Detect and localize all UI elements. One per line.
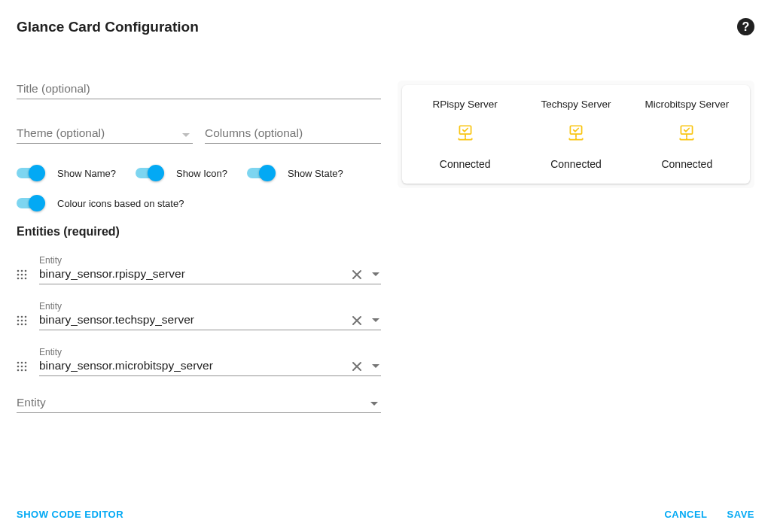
state-color-label: Colour icons based on state? bbox=[57, 198, 184, 209]
drag-handle-icon[interactable] bbox=[17, 269, 27, 284]
chevron-down-icon[interactable] bbox=[372, 272, 379, 277]
chevron-down-icon[interactable] bbox=[372, 364, 379, 369]
svg-point-21 bbox=[17, 366, 20, 368]
entity-add-placeholder: Entity bbox=[17, 393, 381, 412]
entity-field[interactable]: Entity binary_sensor.techspy_server bbox=[39, 301, 381, 330]
svg-point-13 bbox=[21, 320, 23, 322]
server-network-icon bbox=[677, 123, 696, 143]
server-network-icon bbox=[456, 123, 475, 143]
config-form: Show Name? Show Icon? Show State? bbox=[17, 79, 381, 413]
svg-point-8 bbox=[25, 278, 27, 280]
columns-field[interactable] bbox=[205, 123, 381, 144]
entity-label: Entity bbox=[39, 347, 381, 357]
svg-point-7 bbox=[21, 278, 23, 280]
svg-point-24 bbox=[17, 369, 20, 372]
svg-point-9 bbox=[17, 316, 20, 318]
entity-field[interactable]: Entity binary_sensor.rpispy_server bbox=[39, 255, 381, 284]
entity-label: Entity bbox=[39, 255, 381, 266]
show-name-label: Show Name? bbox=[57, 168, 116, 179]
svg-point-23 bbox=[25, 366, 27, 368]
entity-row: Entity binary_sensor.techspy_server bbox=[17, 301, 381, 330]
svg-point-16 bbox=[21, 324, 23, 326]
svg-point-5 bbox=[25, 274, 27, 276]
help-icon[interactable]: ? bbox=[737, 18, 754, 35]
svg-point-19 bbox=[21, 362, 23, 364]
svg-point-14 bbox=[25, 320, 27, 322]
svg-point-11 bbox=[25, 316, 27, 318]
title-input[interactable] bbox=[17, 79, 381, 99]
drag-handle-icon[interactable] bbox=[17, 315, 27, 330]
clear-icon[interactable] bbox=[351, 360, 363, 372]
svg-point-6 bbox=[17, 278, 20, 280]
preview-name: Microbitspy Server bbox=[632, 99, 742, 110]
show-code-editor-button[interactable]: SHOW CODE EDITOR bbox=[17, 509, 123, 520]
dialog-title: Glance Card Configuration bbox=[17, 19, 199, 35]
state-color-toggle[interactable] bbox=[17, 195, 45, 211]
preview-state: Connected bbox=[410, 158, 520, 170]
entity-value: binary_sensor.microbitspy_server bbox=[39, 357, 381, 375]
svg-point-12 bbox=[17, 320, 20, 322]
show-state-toggle[interactable] bbox=[247, 165, 276, 181]
entity-field[interactable]: Entity binary_sensor.microbitspy_server bbox=[39, 347, 381, 376]
svg-point-2 bbox=[25, 270, 27, 272]
show-name-toggle[interactable] bbox=[17, 165, 45, 181]
entity-value: binary_sensor.techspy_server bbox=[39, 312, 381, 330]
show-icon-toggle[interactable] bbox=[136, 165, 164, 181]
clear-icon[interactable] bbox=[351, 269, 363, 281]
svg-point-4 bbox=[21, 274, 23, 276]
chevron-down-icon[interactable] bbox=[372, 318, 379, 323]
title-field[interactable] bbox=[17, 79, 381, 99]
svg-point-3 bbox=[17, 274, 20, 276]
preview-state: Connected bbox=[632, 158, 742, 170]
entity-value: binary_sensor.rpispy_server bbox=[39, 266, 381, 284]
preview-panel: RPispy Server Connected Techspy Server C… bbox=[398, 81, 754, 188]
preview-name: RPispy Server bbox=[410, 99, 520, 110]
theme-input[interactable] bbox=[17, 123, 193, 144]
glance-card-preview: RPispy Server Connected Techspy Server C… bbox=[402, 85, 750, 184]
theme-field[interactable] bbox=[17, 123, 193, 144]
entities-heading: Entities (required) bbox=[17, 225, 381, 239]
svg-point-10 bbox=[21, 316, 23, 318]
entity-row: Entity binary_sensor.microbitspy_server bbox=[17, 347, 381, 376]
preview-item: Techspy Server Connected bbox=[520, 99, 631, 170]
show-icon-label: Show Icon? bbox=[176, 168, 227, 179]
cancel-button[interactable]: CANCEL bbox=[664, 509, 707, 520]
svg-point-0 bbox=[17, 270, 20, 272]
entity-row: Entity binary_sensor.rpispy_server bbox=[17, 255, 381, 284]
svg-point-20 bbox=[25, 362, 27, 364]
columns-input[interactable] bbox=[205, 123, 381, 144]
drag-handle-icon[interactable] bbox=[17, 361, 27, 376]
show-state-label: Show State? bbox=[288, 168, 343, 179]
svg-point-15 bbox=[17, 324, 20, 326]
svg-point-26 bbox=[25, 369, 27, 372]
svg-point-18 bbox=[17, 362, 20, 364]
preview-item: Microbitspy Server Connected bbox=[632, 99, 742, 170]
svg-point-22 bbox=[21, 366, 23, 368]
save-button[interactable]: SAVE bbox=[727, 509, 754, 520]
svg-point-17 bbox=[25, 324, 27, 326]
preview-name: Techspy Server bbox=[520, 99, 631, 110]
svg-point-25 bbox=[21, 369, 23, 372]
entity-add-select[interactable]: Entity bbox=[17, 393, 381, 413]
entity-label: Entity bbox=[39, 301, 381, 312]
svg-point-1 bbox=[21, 270, 23, 272]
preview-item: RPispy Server Connected bbox=[410, 99, 520, 170]
preview-state: Connected bbox=[520, 158, 631, 170]
server-network-icon bbox=[566, 123, 586, 143]
clear-icon[interactable] bbox=[351, 315, 363, 327]
